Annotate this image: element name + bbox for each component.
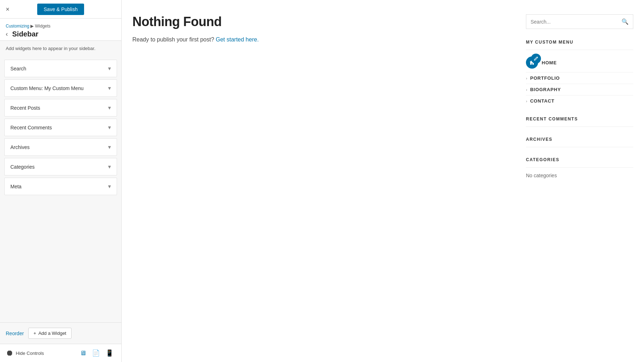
sidebar-hint-text: Add widgets here to appear in your sideb… bbox=[0, 41, 121, 56]
preview-content: Nothing Found Ready to publish your firs… bbox=[122, 0, 644, 203]
search-widget: 🔍 bbox=[526, 14, 633, 29]
widget-item[interactable]: Search▾ bbox=[4, 60, 117, 77]
back-button[interactable]: ‹ bbox=[6, 30, 8, 38]
widget-item[interactable]: Recent Comments▾ bbox=[4, 119, 117, 136]
recent-comments-widget: RECENT COMMENTS bbox=[526, 116, 633, 127]
categories-title: CATEGORIES bbox=[526, 157, 633, 162]
menu-item-contact: › CONTACT bbox=[526, 95, 633, 106]
menu-home-label: HOME bbox=[542, 60, 557, 65]
menu-item-portfolio: › PORTFOLIO bbox=[526, 72, 633, 84]
menu-portfolio-label: PORTFOLIO bbox=[530, 75, 560, 81]
add-widget-button[interactable]: + Add a Widget bbox=[28, 328, 72, 339]
widget-item-label: Custom Menu: My Custom Menu bbox=[10, 85, 84, 91]
archives-divider bbox=[526, 147, 633, 147]
preview-area: Nothing Found Ready to publish your firs… bbox=[122, 0, 644, 362]
recent-comments-divider bbox=[526, 127, 633, 127]
left-customizer-panel: × Save & Publish Customizing ▶ Widgets ‹… bbox=[0, 0, 122, 362]
widget-item[interactable]: Archives▾ bbox=[4, 138, 117, 156]
widget-item[interactable]: Meta▾ bbox=[4, 178, 117, 195]
breadcrumb-widgets: Widgets bbox=[35, 24, 50, 29]
custom-menu-title: MY CUSTOM MENU bbox=[526, 40, 633, 45]
menu-item-biography: › BIOGRAPHY bbox=[526, 84, 633, 95]
portfolio-chevron-icon: › bbox=[526, 76, 527, 80]
main-content: Nothing Found Ready to publish your firs… bbox=[132, 14, 512, 188]
menu-biography-label: BIOGRAPHY bbox=[530, 87, 561, 92]
categories-divider bbox=[526, 167, 633, 168]
nothing-found-text-lead: Ready to publish your first post? bbox=[132, 36, 214, 43]
hide-controls-label: Hide Controls bbox=[16, 351, 44, 356]
hide-controls-button[interactable]: ⏺ Hide Controls bbox=[6, 348, 44, 358]
reorder-button[interactable]: Reorder bbox=[6, 331, 24, 336]
search-input[interactable] bbox=[526, 15, 617, 29]
archives-widget: ARCHIVES bbox=[526, 137, 633, 147]
nothing-found-title: Nothing Found bbox=[132, 14, 512, 29]
breadcrumb: Customizing ▶ Widgets bbox=[6, 24, 116, 29]
nothing-found-text: Ready to publish your first post? Get st… bbox=[132, 35, 512, 44]
sidebar-title-text: Sidebar bbox=[12, 30, 38, 38]
breadcrumb-customizing-link[interactable]: Customizing bbox=[6, 24, 29, 29]
menu-item-home: HOME bbox=[526, 55, 633, 72]
breadcrumb-area: Customizing ▶ Widgets ‹ Sidebar bbox=[0, 19, 121, 41]
widgets-list: Search▾Custom Menu: My Custom Menu▾Recen… bbox=[0, 56, 121, 322]
widget-item-label: Recent Comments bbox=[10, 125, 52, 130]
device-switchers: 🖥 📄 📱 bbox=[78, 348, 116, 358]
widget-item-label: Archives bbox=[10, 144, 30, 150]
sidebar-right: 🔍 MY CUSTOM MENU bbox=[526, 14, 633, 188]
save-publish-button[interactable]: Save & Publish bbox=[37, 4, 84, 15]
biography-chevron-icon: › bbox=[526, 88, 527, 92]
no-categories-text: No categories bbox=[526, 173, 633, 178]
widget-chevron-icon: ▾ bbox=[108, 65, 111, 72]
bottom-bar: Reorder + Add a Widget bbox=[0, 322, 121, 344]
hide-controls-icon: ⏺ bbox=[6, 348, 14, 358]
section-title: ‹ Sidebar bbox=[6, 30, 116, 38]
widget-item[interactable]: Recent Posts▾ bbox=[4, 99, 117, 116]
custom-menu-divider bbox=[526, 50, 633, 50]
widget-chevron-icon: ▾ bbox=[108, 163, 111, 170]
widget-item[interactable]: Custom Menu: My Custom Menu▾ bbox=[4, 79, 117, 97]
get-started-link[interactable]: Get started here. bbox=[216, 36, 259, 43]
widget-chevron-icon: ▾ bbox=[108, 104, 111, 111]
archives-title: ARCHIVES bbox=[526, 137, 633, 142]
widget-item-label: Meta bbox=[10, 184, 21, 189]
custom-menu-widget: MY CUSTOM MENU HOME bbox=[526, 40, 633, 106]
widget-item-label: Search bbox=[10, 66, 26, 71]
search-box: 🔍 bbox=[526, 14, 633, 29]
widget-chevron-icon: ▾ bbox=[108, 183, 111, 190]
mobile-view-button[interactable]: 📱 bbox=[103, 348, 116, 358]
widget-item-label: Recent Posts bbox=[10, 105, 40, 111]
menu-home-wrap bbox=[526, 56, 538, 69]
widget-chevron-icon: ▾ bbox=[108, 85, 111, 91]
recent-comments-title: RECENT COMMENTS bbox=[526, 116, 633, 122]
footer-controls: ⏺ Hide Controls 🖥 📄 📱 bbox=[0, 344, 121, 362]
menu-contact-label: CONTACT bbox=[530, 98, 555, 104]
widget-item[interactable]: Categories▾ bbox=[4, 158, 117, 175]
categories-widget: CATEGORIES No categories bbox=[526, 157, 633, 178]
desktop-view-button[interactable]: 🖥 bbox=[78, 348, 88, 358]
edit-home-overlay[interactable] bbox=[531, 54, 541, 64]
topbar: × Save & Publish bbox=[0, 0, 121, 19]
breadcrumb-arrow: ▶ bbox=[30, 24, 35, 29]
widget-chevron-icon: ▾ bbox=[108, 124, 111, 131]
widget-item-label: Categories bbox=[10, 164, 35, 170]
add-widget-label: Add a Widget bbox=[38, 331, 66, 336]
search-icon: 🔍 bbox=[621, 19, 629, 25]
search-submit-button[interactable]: 🔍 bbox=[617, 15, 633, 29]
widget-chevron-icon: ▾ bbox=[108, 144, 111, 150]
contact-chevron-icon: › bbox=[526, 99, 527, 103]
close-button[interactable]: × bbox=[6, 6, 10, 13]
add-widget-icon: + bbox=[34, 331, 36, 336]
tablet-view-button[interactable]: 📄 bbox=[90, 348, 102, 358]
